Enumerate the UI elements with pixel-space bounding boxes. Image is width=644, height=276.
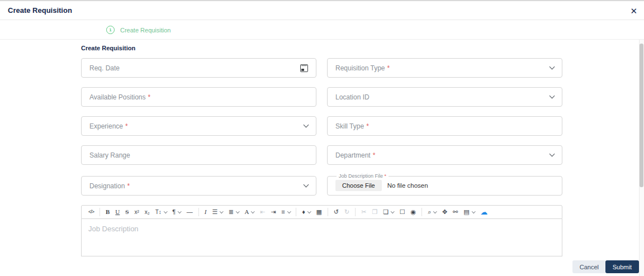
outdent-icon-glyph: ⇤ [260,209,265,215]
file-input-row: Choose File No file chosen [335,179,562,192]
field-designation[interactable]: Designation* [81,176,316,196]
link-icon[interactable]: ⚯ [450,209,461,215]
chevron-down-icon [472,210,475,213]
field-location-id[interactable]: Location ID [327,87,562,107]
undo-icon[interactable]: ↺ [331,209,342,215]
fullscreen-icon-glyph: ✥ [442,209,447,215]
italic-icon[interactable]: I [202,209,210,215]
chevron-down-icon [236,210,239,213]
select-all-icon-glyph: ☐ [400,209,405,215]
underline-icon-glyph: U [115,209,120,215]
chevron-down-icon [164,210,167,213]
bold-icon-glyph: B [106,209,110,215]
undo-icon-glyph: ↺ [334,209,339,215]
calendar-icon[interactable] [300,64,308,72]
chevron-down-icon [304,122,309,128]
underline-icon[interactable]: U [112,209,122,215]
submit-button[interactable]: Submit [605,260,639,273]
field-placeholder: Skill Type [335,122,364,130]
choose-file-button[interactable]: Choose File [335,180,382,191]
chevron-down-icon [220,210,223,213]
field-placeholder: Requisition Type [335,64,385,72]
table-icon[interactable]: ▦ [313,209,324,215]
indent-icon[interactable]: ⇥ [268,209,278,215]
unordered-list-icon[interactable]: ☰ [209,209,225,215]
stepper-bar: 1 Create Requisition [0,20,644,40]
outdent-icon: ⇤ [257,209,268,215]
table-icon-glyph: ▦ [316,209,321,215]
file-status-text: No file chosen [387,182,428,189]
field-req-date[interactable]: Req. Date [81,58,316,78]
stepper-step-create-requisition[interactable]: 1 Create Requisition [106,20,171,40]
requisition-form: Req. DateRequisition Type*Available Posi… [81,58,562,196]
media-icon-glyph: ▤ [463,209,469,215]
step-label: Create Requisition [120,27,171,34]
toolbar-separator [198,208,199,216]
ordered-list-icon[interactable]: ≣ [226,209,242,215]
job-description-file-field: Job Description File * Choose File No fi… [327,173,562,196]
step-circle-icon: 1 [106,26,115,34]
field-department[interactable]: Department* [327,145,562,165]
horizontal-rule-icon[interactable]: ― [184,209,196,215]
paste-icon[interactable]: ❏ [380,209,396,215]
form-grid-b: Designation* Job Description File * Choo… [81,173,562,196]
font-color-icon-glyph: A [244,209,249,215]
code-view-icon-glyph: </> [88,210,94,215]
field-experience[interactable]: Experience* [81,116,316,136]
indent-icon-glyph: ⇥ [271,209,276,215]
font-size-icon-glyph: T↕ [155,210,162,215]
bold-icon[interactable]: B [103,209,112,215]
chevron-down-icon [433,210,437,213]
upload-icon-glyph: ☁ [480,208,487,216]
subscript-icon[interactable]: x₂ [142,210,153,215]
chevron-down-icon [391,210,394,213]
superscript-icon[interactable]: x² [131,210,141,215]
job-description-input[interactable]: Job Description [81,219,562,256]
align-icon[interactable]: ≡ [278,209,293,215]
highlight-color-icon[interactable]: ♦ [299,209,313,215]
preview-icon-glyph: ◉ [411,209,416,215]
required-asterisk: * [366,122,369,130]
ordered-list-icon-glyph: ≣ [229,209,234,215]
align-icon-glyph: ≡ [281,209,285,215]
select-all-icon[interactable]: ☐ [397,209,408,215]
required-asterisk: * [387,64,390,72]
redo-icon-glyph: ↻ [344,209,349,215]
strikethrough-icon[interactable]: S [122,209,131,215]
chevron-down-icon [550,64,555,70]
field-placeholder: Department [335,151,371,159]
cut-icon: ✂ [358,209,369,215]
field-requisition-type[interactable]: Requisition Type* [327,58,562,78]
search-icon-glyph: ⌕ [428,209,431,215]
job-description-editor: </>BUSx²x₂T↕¶―I☰≣A⇤⇥≡♦▦↺↻✂❐❏☐◉⌕✥⚯▤☁ Job … [81,205,562,256]
redo-icon: ↻ [342,209,352,215]
font-size-icon[interactable]: T↕ [153,210,170,215]
cancel-button[interactable]: Cancel [572,260,606,273]
search-icon[interactable]: ⌕ [425,209,439,215]
chevron-down-icon [178,210,181,213]
paragraph-icon[interactable]: ¶ [169,209,183,215]
toolbar-separator [422,208,422,216]
font-color-icon[interactable]: A [242,209,257,215]
superscript-icon-glyph: x² [134,210,139,215]
modal-title: Create Requisition [8,6,72,15]
field-salary-range[interactable]: Salary Range [81,145,316,165]
scrollbar-track[interactable] [639,40,644,276]
unordered-list-icon-glyph: ☰ [212,209,217,215]
field-placeholder: Available Positions [89,93,146,101]
preview-icon[interactable]: ◉ [408,209,419,215]
scrollbar-thumb[interactable] [640,44,643,187]
copy-icon-glyph: ❐ [372,209,377,215]
code-view-icon[interactable]: </> [86,210,97,215]
field-available-positions[interactable]: Available Positions* [81,87,316,107]
paste-icon-glyph: ❏ [383,209,389,215]
media-icon[interactable]: ▤ [461,209,477,215]
cut-icon-glyph: ✂ [361,209,366,215]
upload-icon[interactable]: ☁ [477,208,490,216]
horizontal-rule-icon-glyph: ― [187,209,193,215]
toolbar-separator [100,208,100,216]
fullscreen-icon[interactable]: ✥ [439,209,450,215]
toolbar-separator [328,208,328,216]
field-skill-type[interactable]: Skill Type* [327,116,562,136]
close-icon[interactable]: ✕ [630,6,637,15]
